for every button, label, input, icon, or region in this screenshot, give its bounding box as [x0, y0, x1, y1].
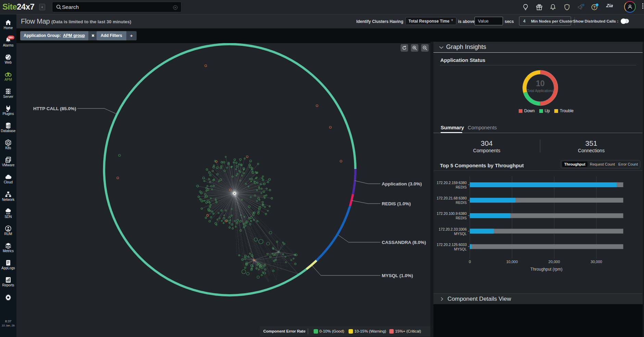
svg-text:REDIS: REDIS: [456, 200, 467, 205]
svg-text:10,000: 10,000: [506, 260, 518, 264]
svg-text:REDIS: REDIS: [456, 185, 467, 189]
svg-text:172.20.21.68:6380: 172.20.21.68:6380: [437, 196, 467, 200]
svg-text:0: 0: [469, 260, 471, 264]
svg-text:20,000: 20,000: [548, 260, 560, 264]
svg-text:?: ?: [593, 5, 596, 9]
svg-text:172.20.2.125:6033: 172.20.2.125:6033: [437, 243, 467, 247]
svg-text:REDIS (1.0%): REDIS (1.0%): [382, 201, 411, 206]
svg-text:MYSQL (1.0%): MYSQL (1.0%): [382, 273, 413, 278]
svg-text:Application (3.0%): Application (3.0%): [382, 181, 422, 186]
svg-text:HTTP CALL (85.0%): HTTP CALL (85.0%): [33, 106, 76, 111]
svg-text:172.20.2.33:3306: 172.20.2.33:3306: [439, 227, 467, 231]
svg-text:MYSQL: MYSQL: [454, 232, 467, 236]
svg-text:Throughput (rpm): Throughput (rpm): [530, 267, 562, 272]
svg-text:30,000: 30,000: [591, 260, 602, 264]
svg-text:REDIS: REDIS: [456, 216, 467, 220]
svg-text:MYSQL: MYSQL: [454, 247, 467, 251]
svg-text:CASSANDRA (8.0%): CASSANDRA (8.0%): [382, 240, 426, 245]
svg-text:172.20.100.9:6380: 172.20.100.9:6380: [437, 211, 467, 216]
svg-text:172.20.2.159:6380: 172.20.2.159:6380: [437, 181, 467, 185]
